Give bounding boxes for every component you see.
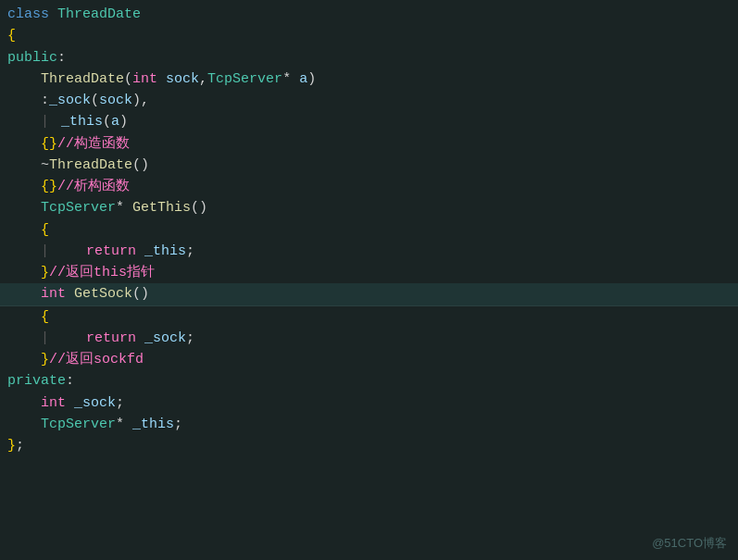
code-line-6: | _this ( a ) [0,111,738,132]
brace-method-open-2: { [41,306,49,328]
pipe-char-3: | [41,328,49,349]
type-tcpserver: TcpServer [207,68,282,90]
code-line-10: TcpServer * GetThis () [0,197,738,218]
comment-getthis: //返回this指针 [49,262,155,283]
keyword-int: int [132,68,157,90]
init-sock: _sock [49,90,91,111]
keyword-int-3: int [41,392,66,414]
init-this: _this [61,111,103,132]
member-sock: _sock [74,392,116,414]
code-line-13: } //返回this指针 [0,262,738,283]
code-line-17: } //返回sockfd [0,349,738,370]
code-line-1: class ThreadDate [0,4,738,25]
pipe-char-2: | [41,241,49,262]
method-getthis: GetThis [132,197,191,218]
init-sock-val: sock [99,90,132,111]
member-this: _this [132,414,174,435]
code-line-15: { [0,306,738,328]
watermark: @51CTO博客 [652,534,727,553]
code-line-16: | return _sock ; [0,328,738,349]
keyword-class: class [7,4,49,25]
empty-braces-1: {} [41,133,57,155]
code-editor: class ThreadDate { public : ThreadDate (… [0,0,738,560]
code-line-4: ThreadDate ( int sock , TcpServer * a ) [0,68,738,90]
param-sock: sock [166,68,199,90]
constructor-name: ThreadDate [41,68,124,90]
brace-open: { [7,25,16,46]
keyword-return-2: return [86,328,136,349]
code-line-19: int _sock ; [0,392,738,414]
return-val-sock: _sock [144,328,186,349]
param-a: a [299,68,307,90]
code-line-8: ~ ThreadDate () [0,155,738,176]
tilde: ~ [41,155,49,176]
code-line-12: | return _this ; [0,241,738,262]
code-line-3: public : [0,47,738,68]
access-private: private [7,370,66,392]
keyword-int-2: int [41,283,66,305]
method-getsock: GetSock [74,283,132,305]
destructor-name: ThreadDate [49,155,132,176]
code-line-2: { [0,25,738,46]
brace-method-close-2: } [41,349,49,370]
member-type-tcpserver: TcpServer [41,414,116,435]
keyword-return-1: return [86,241,136,262]
code-line-14: int GetSock () [0,283,738,305]
comment-getsock: //返回sockfd [49,349,144,370]
class-name: ThreadDate [57,4,141,25]
code-line-9: {} //析构函数 [0,176,738,197]
pipe-char: | [41,111,49,132]
code-line-11: { [0,219,738,241]
brace-method-open-1: { [41,219,49,241]
code-line-18: private : [0,370,738,392]
init-this-val: a [111,111,119,132]
empty-braces-2: {} [41,176,57,197]
brace-method-close-1: } [41,262,49,283]
return-val-this: _this [144,241,186,262]
access-public: public [7,47,57,68]
code-line-5: : _sock ( sock ), [0,90,738,111]
code-line-20: TcpServer * _this ; [0,414,738,435]
comment-destructor: //析构函数 [57,176,130,197]
code-line-21: } ; [0,435,738,456]
class-close-brace: } [7,435,16,456]
code-line-7: {} //构造函数 [0,133,738,155]
return-type-tcpserver: TcpServer [41,197,116,218]
comment-constructor: //构造函数 [57,133,130,155]
